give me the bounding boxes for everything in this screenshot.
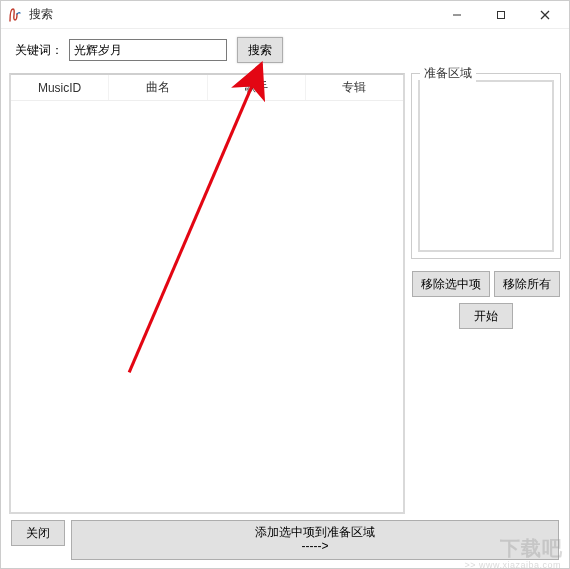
add-to-staging-button[interactable]: 添加选中项到准备区域 ----->	[71, 520, 559, 560]
minimize-icon	[452, 10, 462, 20]
table-header: MusicID 曲名 歌手 专辑	[11, 75, 403, 101]
table-body[interactable]	[11, 101, 403, 512]
content-area: 关键词： 搜索 MusicID 曲名 歌手 专辑 准备区域	[1, 29, 569, 568]
remove-selected-button[interactable]: 移除选中项	[412, 271, 490, 297]
minimize-button[interactable]	[435, 2, 479, 28]
close-window-button[interactable]	[523, 2, 567, 28]
titlebar: 搜索	[1, 1, 569, 29]
right-panel: 准备区域 移除选中项 移除所有 开始	[411, 73, 561, 514]
search-row: 关键词： 搜索	[9, 37, 561, 63]
footer: 关闭 添加选中项到准备区域 ----->	[9, 514, 561, 564]
app-icon	[7, 7, 23, 23]
svg-rect-1	[498, 11, 505, 18]
maximize-icon	[496, 10, 506, 20]
staging-fieldset: 准备区域	[411, 73, 561, 259]
keyword-input[interactable]	[69, 39, 227, 61]
keyword-label: 关键词：	[9, 42, 65, 59]
close-icon	[540, 10, 550, 20]
staging-buttons-row2: 开始	[411, 303, 561, 329]
col-artist[interactable]: 歌手	[208, 75, 306, 100]
window-title: 搜索	[29, 6, 53, 23]
main-row: MusicID 曲名 歌手 专辑 准备区域 移除选中项 移除所有 开始	[9, 73, 561, 514]
start-button[interactable]: 开始	[459, 303, 513, 329]
col-album[interactable]: 专辑	[306, 75, 403, 100]
results-table: MusicID 曲名 歌手 专辑	[9, 73, 405, 514]
staging-legend: 准备区域	[420, 65, 476, 82]
close-button[interactable]: 关闭	[11, 520, 65, 546]
add-to-staging-label-line1: 添加选中项到准备区域	[255, 526, 375, 540]
app-window: 搜索 关键词： 搜索 MusicID 曲名 歌手	[0, 0, 570, 569]
titlebar-left: 搜索	[7, 6, 53, 23]
staging-list[interactable]	[418, 80, 554, 252]
remove-all-button[interactable]: 移除所有	[494, 271, 560, 297]
add-to-staging-label-line2: ----->	[302, 540, 329, 554]
search-button[interactable]: 搜索	[237, 37, 283, 63]
window-controls	[435, 2, 567, 28]
col-song-name[interactable]: 曲名	[109, 75, 207, 100]
col-music-id[interactable]: MusicID	[11, 75, 109, 100]
staging-buttons-row1: 移除选中项 移除所有	[411, 271, 561, 297]
maximize-button[interactable]	[479, 2, 523, 28]
